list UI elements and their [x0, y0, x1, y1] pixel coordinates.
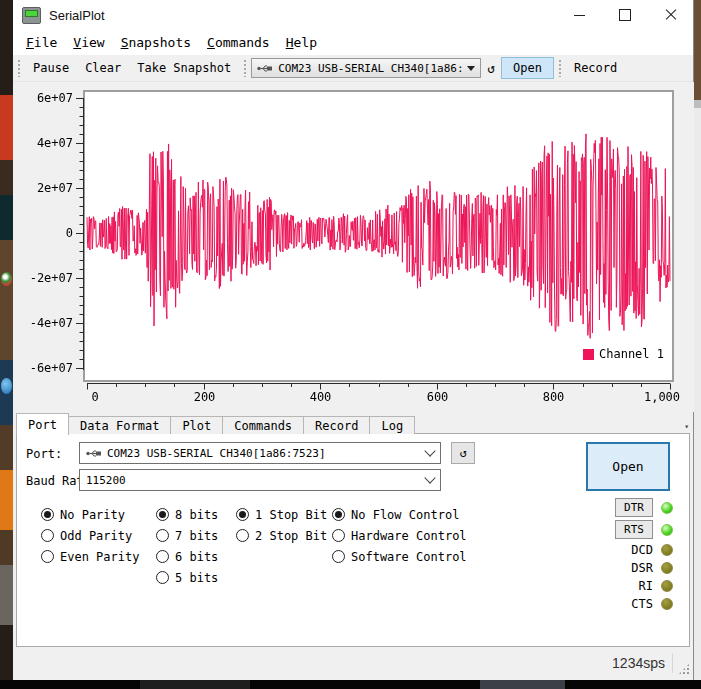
edge-icon — [1, 378, 12, 394]
open-port-button[interactable]: Open — [586, 442, 670, 491]
desktop: SerialPlot File View Snapshots Commands … — [0, 0, 701, 689]
taskbar-thumbnail — [480, 680, 565, 689]
menu-file[interactable]: File — [18, 32, 65, 53]
radio-no-flow-control[interactable]: No Flow Control — [332, 504, 467, 525]
close-icon — [665, 9, 677, 21]
radio-label: No Parity — [60, 508, 125, 522]
radio-label: 8 bits — [175, 508, 218, 522]
led-dcd-off — [661, 544, 673, 556]
dtr-toggle-button[interactable]: DTR — [615, 498, 653, 517]
port-combobox[interactable]: COM23 USB-SERIAL CH340[1a86:7523] — [79, 442, 441, 464]
tab-plot[interactable]: Plot — [170, 416, 223, 434]
taskbar-item — [140, 680, 250, 689]
minimize-icon — [574, 15, 585, 16]
tab-overflow-icon[interactable]: ▾ — [684, 422, 689, 431]
window-title: SerialPlot — [49, 8, 105, 23]
plot-canvas[interactable] — [13, 82, 694, 412]
tab-record[interactable]: Record — [303, 416, 370, 434]
ri-label: RI — [639, 578, 653, 593]
take-snapshot-button[interactable]: Take Snapshot — [129, 58, 239, 78]
menu-snapshots[interactable]: Snapshots — [113, 32, 199, 53]
radio-even-parity[interactable]: Even Parity — [41, 546, 139, 567]
clear-button[interactable]: Clear — [77, 58, 129, 78]
led-dtr-on — [661, 502, 673, 514]
radio-5-bits[interactable]: 5 bits — [156, 567, 218, 588]
radio-7-bits[interactable]: 7 bits — [156, 525, 218, 546]
radio-circle-icon — [236, 529, 249, 542]
usb-icon — [86, 449, 102, 458]
cts-label: CTS — [631, 596, 653, 611]
radio-label: 7 bits — [175, 529, 218, 543]
radio-odd-parity[interactable]: Odd Parity — [41, 525, 139, 546]
menu-bar: File View Snapshots Commands Help — [13, 30, 693, 55]
menu-view[interactable]: View — [65, 32, 112, 53]
toolbar-handle[interactable] — [558, 59, 562, 77]
led-cts-off — [661, 598, 673, 610]
samples-per-second: 1234sps — [612, 655, 665, 671]
desktop-icon-gray — [0, 565, 13, 625]
radio-hardware-control[interactable]: Hardware Control — [332, 525, 467, 546]
signal-row-dsr: DSR — [573, 560, 673, 575]
flow-control-radio-group: No Flow ControlHardware ControlSoftware … — [332, 504, 467, 567]
toolbar-open-button[interactable]: Open — [501, 57, 554, 79]
background-window-edge — [694, 100, 701, 108]
signal-row-dtr: DTR — [573, 498, 673, 517]
rts-toggle-button[interactable]: RTS — [615, 520, 653, 539]
signal-row-ri: RI — [573, 578, 673, 593]
usb-icon — [257, 64, 273, 73]
statusbar-separator — [672, 653, 673, 673]
radio-label: Hardware Control — [351, 529, 467, 543]
resize-grip[interactable] — [678, 663, 690, 675]
radio-6-bits[interactable]: 6 bits — [156, 546, 218, 567]
menu-help[interactable]: Help — [278, 32, 325, 53]
radio-label: 5 bits — [175, 571, 218, 585]
radio-8-bits[interactable]: 8 bits — [156, 504, 218, 525]
pause-button[interactable]: Pause — [25, 58, 77, 78]
radio-label: 2 Stop Bit — [255, 529, 327, 543]
radio-circle-icon — [41, 529, 54, 542]
close-button[interactable] — [655, 0, 687, 30]
desktop-icon-orange — [0, 470, 13, 530]
minimize-button[interactable] — [563, 0, 595, 30]
desktop-icon-dark — [0, 160, 13, 195]
chevron-down-icon — [424, 445, 435, 456]
led-dsr-off — [661, 562, 673, 574]
tab-commands[interactable]: Commands — [222, 416, 304, 434]
port-label: Port: — [26, 447, 62, 461]
record-button[interactable]: Record — [566, 58, 625, 78]
app-icon — [22, 7, 41, 24]
signal-row-dcd: DCD — [573, 542, 673, 557]
desktop-icons-strip — [0, 0, 13, 689]
maximize-icon — [619, 9, 631, 21]
refresh-ports-button[interactable]: ↺ — [481, 60, 501, 77]
desktop-wallpaper-wood — [0, 325, 13, 360]
stop-bits-radio-group: 1 Stop Bit2 Stop Bit — [236, 504, 327, 546]
radio-circle-icon — [41, 550, 54, 563]
radio-2-stop-bit[interactable]: 2 Stop Bit — [236, 525, 327, 546]
radio-1-stop-bit[interactable]: 1 Stop Bit — [236, 504, 327, 525]
maximize-button[interactable] — [609, 0, 641, 30]
tab-bar: Port Data Format Plot Commands Record Lo… — [16, 412, 691, 434]
desktop-icon-red — [0, 95, 13, 160]
signal-row-cts: CTS — [573, 596, 673, 611]
baud-rate-combobox[interactable]: 115200 — [79, 469, 441, 491]
tab-port[interactable]: Port — [16, 413, 69, 435]
status-bar: 1234sps — [13, 647, 693, 680]
dropdown-arrow-icon — [467, 66, 475, 71]
radio-no-parity[interactable]: No Parity — [41, 504, 139, 525]
taskbar — [0, 680, 701, 689]
tab-log[interactable]: Log — [369, 416, 415, 434]
desktop-edge-strip — [694, 0, 701, 680]
toolbar-handle[interactable] — [243, 59, 247, 77]
radio-label: Even Parity — [60, 550, 139, 564]
toolbar-handle[interactable] — [17, 59, 21, 77]
tab-data-format[interactable]: Data Format — [68, 416, 171, 434]
radio-circle-icon — [41, 508, 54, 521]
radio-software-control[interactable]: Software Control — [332, 546, 467, 567]
radio-label: 6 bits — [175, 550, 218, 564]
port-select-toolbar[interactable]: COM23 USB-SERIAL CH340[1a86:7523] — [251, 58, 481, 78]
menu-commands[interactable]: Commands — [199, 32, 278, 53]
refresh-ports-button-panel[interactable]: ↺ — [451, 442, 475, 464]
led-rts-on — [661, 524, 673, 536]
data-bits-radio-group: 8 bits7 bits6 bits5 bits — [156, 504, 218, 588]
